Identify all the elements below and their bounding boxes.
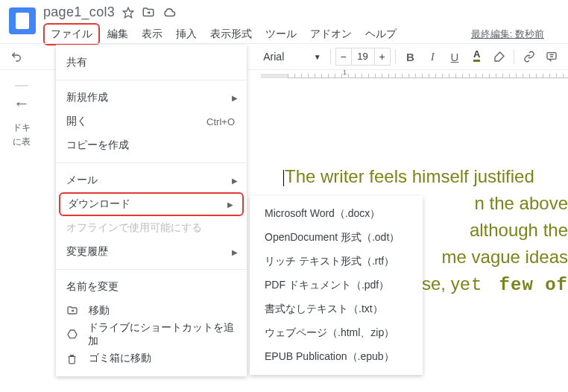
file-trash[interactable]: ゴミ箱に移動 <box>56 347 247 370</box>
italic-button[interactable]: I <box>422 46 443 67</box>
download-rtf[interactable]: リッチ テキスト形式（.rtf） <box>250 250 423 274</box>
download-epub[interactable]: EPUB Publication（.epub） <box>250 345 423 369</box>
trash-icon <box>66 353 80 364</box>
font-size-increase[interactable]: + <box>374 48 391 66</box>
submenu-arrow-icon: ▶ <box>232 177 238 185</box>
file-rename[interactable]: 名前を変更 <box>56 275 247 299</box>
page-line: although the <box>470 220 568 240</box>
font-family-selector[interactable]: Arial ▼ <box>259 48 325 66</box>
undo-button[interactable] <box>6 46 27 67</box>
font-size-decrease[interactable]: − <box>335 48 352 66</box>
file-menu-dropdown: 共有 新規作成▶ 開くCtrl+O コピーを作成 メール▶ ダウンロード▶ オフ… <box>56 45 247 376</box>
page-line: et <box>460 275 494 295</box>
document-title[interactable]: page1_col3 <box>43 4 115 20</box>
svg-rect-1 <box>547 53 556 60</box>
submenu-arrow-icon: ▶ <box>227 200 233 209</box>
underline-button[interactable]: U <box>444 46 465 67</box>
star-icon[interactable] <box>122 7 134 19</box>
ruler[interactable]: 1 <box>261 71 568 81</box>
menu-addons[interactable]: アドオン <box>304 25 358 44</box>
submenu-arrow-icon: ▶ <box>232 94 238 102</box>
submenu-arrow-icon: ▶ <box>232 248 238 256</box>
file-download[interactable]: ダウンロード▶ <box>59 192 244 216</box>
gutter-text: ドキ に表 <box>13 121 31 149</box>
file-version-history[interactable]: 変更履歴▶ <box>56 240 247 264</box>
file-offline: オフラインで使用可能にする <box>56 216 247 240</box>
bold-button[interactable]: B <box>400 46 421 67</box>
link-button[interactable] <box>519 46 540 67</box>
menu-view[interactable]: 表示 <box>136 25 168 44</box>
file-add-shortcut[interactable]: ドライブにショートカットを追加 <box>56 323 247 347</box>
text-color-button[interactable]: A <box>467 46 487 67</box>
file-share[interactable]: 共有 <box>56 51 247 75</box>
svg-marker-0 <box>123 7 133 17</box>
download-odt[interactable]: OpenDocument 形式（.odt） <box>250 226 423 250</box>
cloud-status-icon[interactable] <box>162 6 176 19</box>
menu-edit[interactable]: 編集 <box>101 25 134 44</box>
download-pdf[interactable]: PDF ドキュメント（.pdf） <box>250 274 423 297</box>
file-move[interactable]: 移動 <box>56 299 247 323</box>
folder-move-icon <box>66 305 80 317</box>
font-name-label: Arial <box>263 51 284 63</box>
download-html[interactable]: ウェブページ（.html、zip） <box>250 321 423 345</box>
menu-tools[interactable]: ツール <box>259 25 303 44</box>
chevron-down-icon: ▼ <box>314 53 321 61</box>
drive-icon <box>66 329 79 341</box>
download-submenu: Microsoft Word（.docx） OpenDocument 形式（.o… <box>250 196 423 375</box>
comment-button[interactable] <box>541 46 562 67</box>
move-folder-icon[interactable] <box>142 6 155 19</box>
back-arrow-icon[interactable]: ← <box>13 94 30 113</box>
download-docx[interactable]: Microsoft Word（.docx） <box>250 202 423 226</box>
file-new[interactable]: 新規作成▶ <box>56 86 247 110</box>
download-txt[interactable]: 書式なしテキスト（.txt） <box>250 297 423 321</box>
menu-format[interactable]: 表示形式 <box>204 25 258 44</box>
page-line: se, y <box>422 274 460 294</box>
page-line: n the above <box>475 193 568 213</box>
file-open[interactable]: 開くCtrl+O <box>56 110 247 133</box>
shortcut-label: Ctrl+O <box>206 116 235 127</box>
outline-handle[interactable] <box>15 85 28 86</box>
file-make-copy[interactable]: コピーを作成 <box>56 133 247 157</box>
menu-file[interactable]: ファイル <box>43 23 100 45</box>
page-line: few of <box>499 275 568 295</box>
menu-bar: ファイル 編集 表示 挿入 表示形式 ツール アドオン ヘルプ 最終編集: 数秒… <box>43 23 559 45</box>
page-line: me vague ideas <box>442 247 568 267</box>
highlight-button[interactable] <box>489 46 510 67</box>
docs-app-icon[interactable] <box>9 7 36 34</box>
page-line: The writer feels himself justified <box>285 166 534 186</box>
menu-help[interactable]: ヘルプ <box>359 25 403 44</box>
file-email[interactable]: メール▶ <box>56 168 247 192</box>
last-edit-link[interactable]: 最終編集: 数秒前 <box>471 28 559 41</box>
font-size-value[interactable]: 19 <box>352 48 374 66</box>
menu-insert[interactable]: 挿入 <box>170 25 203 44</box>
